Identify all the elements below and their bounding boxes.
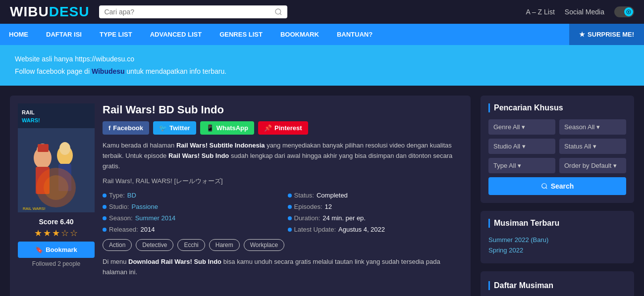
svg-rect-10 bbox=[38, 144, 49, 152]
anime-cover-image: RAIL WARS! RAIL WARS! bbox=[18, 103, 95, 212]
musiman-card: Musiman Terbaru Summer 2022 (Baru) Sprin… bbox=[481, 211, 634, 263]
svg-text:WARS!: WARS! bbox=[22, 117, 40, 123]
order-filter[interactable]: Order by Default ▾ bbox=[559, 158, 626, 173]
score-label: Score 6.40 bbox=[39, 218, 73, 226]
anime-title: Rail Wars! BD Sub Indo bbox=[103, 103, 463, 116]
meta-season: Season: Summer 2014 bbox=[103, 213, 278, 223]
genre-filter[interactable]: Genre All ▾ bbox=[488, 119, 555, 135]
search-input[interactable] bbox=[104, 8, 274, 16]
nav-genres-list[interactable]: GENRES LIST bbox=[211, 24, 271, 45]
main-content: RAIL WARS! RAIL WARS! bbox=[0, 86, 644, 296]
pencarian-title: Pencarian Khusus bbox=[488, 103, 626, 112]
theme-toggle-wrap bbox=[614, 6, 634, 17]
bookmark-icon: 🔖 bbox=[35, 246, 43, 253]
svg-point-2 bbox=[628, 11, 630, 13]
pinterest-icon: 📌 bbox=[264, 124, 272, 132]
type-filter[interactable]: Type All ▾ bbox=[488, 158, 555, 173]
pencarian-card: Pencarian Khusus Genre All ▾ Season All … bbox=[481, 96, 634, 203]
meta-studio: Studio: Passione bbox=[103, 202, 278, 211]
score-box: Score 6.40 bbox=[18, 214, 95, 228]
info-banner: Website asli hanya https://wibudesu.co F… bbox=[0, 45, 644, 86]
twitter-button[interactable]: 🐦 Twitter bbox=[153, 121, 196, 135]
tag-harem[interactable]: Harem bbox=[209, 239, 240, 251]
anime-meta-grid: Type: BD Status: Completed Studio: Passi… bbox=[103, 191, 463, 234]
meta-status: Status: Completed bbox=[288, 191, 463, 200]
tag-workplace[interactable]: Workplace bbox=[244, 239, 284, 251]
facebook-button[interactable]: f Facebook bbox=[103, 121, 149, 135]
svg-text:RAIL: RAIL bbox=[22, 109, 35, 115]
download-note: Di menu Download Rail Wars! Sub Indo bis… bbox=[103, 257, 463, 278]
logo-desu: DESU bbox=[49, 4, 90, 19]
tag-ecchi[interactable]: Ecchi bbox=[177, 239, 205, 251]
musiman-title: Musiman Terbaru bbox=[488, 219, 626, 228]
musiman-item-0[interactable]: Summer 2022 (Baru) bbox=[488, 235, 626, 245]
alt-title: Rail Wars!, RAIL WARS! [レールウォーズ] bbox=[103, 177, 463, 186]
star-icon: ★ bbox=[579, 31, 585, 38]
meta-dot bbox=[103, 228, 107, 232]
pinterest-button[interactable]: 📌 Pinterest bbox=[258, 121, 308, 135]
banner-line2: Follow facebook page di Wibudesu untuk m… bbox=[15, 65, 629, 78]
whatsapp-button[interactable]: 📱 WhatsApp bbox=[200, 121, 254, 135]
meta-dot bbox=[288, 205, 292, 209]
season-link[interactable]: Summer 2014 bbox=[135, 214, 176, 222]
logo-wibu: WIBU bbox=[10, 4, 49, 19]
anime-top-section: RAIL WARS! RAIL WARS! bbox=[18, 103, 463, 277]
svg-point-17 bbox=[541, 184, 546, 188]
bookmark-label: Bookmark bbox=[46, 246, 77, 253]
meta-episodes: Episodes: 12 bbox=[288, 202, 463, 211]
anime-tags: Action Detective Ecchi Harem Workplace bbox=[103, 239, 463, 251]
main-nav: HOME DAFTAR ISI TYPE LIST ADVANCED LIST … bbox=[0, 24, 644, 45]
meta-latest-update: Latest Update: Agustus 4, 2022 bbox=[288, 225, 463, 234]
meta-dot bbox=[288, 216, 292, 220]
meta-dot bbox=[103, 216, 107, 220]
musiman-item-1[interactable]: Spring 2022 bbox=[488, 245, 626, 255]
tag-action[interactable]: Action bbox=[103, 239, 132, 251]
nav-daftar-isi[interactable]: DAFTAR ISI bbox=[37, 24, 91, 45]
facebook-icon: f bbox=[108, 124, 110, 132]
surprise-me-button[interactable]: ★ SURPRISE ME! bbox=[569, 24, 644, 45]
search-button[interactable]: Search bbox=[488, 177, 626, 195]
meta-released: Released: 2014 bbox=[103, 225, 278, 234]
search-bar bbox=[99, 5, 287, 18]
social-buttons: f Facebook 🐦 Twitter 📱 WhatsApp 📌 Pinter… bbox=[103, 121, 463, 135]
nav-advanced-list[interactable]: ADVANCED LIST bbox=[141, 24, 211, 45]
filter-grid: Genre All ▾ Season All ▾ Studio All ▾ St… bbox=[488, 119, 626, 173]
site-logo[interactable]: WIBUDESU bbox=[10, 4, 89, 20]
nav-bookmark[interactable]: BOOKMARK bbox=[271, 24, 328, 45]
meta-dot bbox=[288, 228, 292, 232]
anime-description: Kamu berada di halaman Rail Wars! Subtit… bbox=[103, 141, 463, 171]
banner-brand-link[interactable]: Wibudesu bbox=[92, 67, 125, 75]
whatsapp-icon: 📱 bbox=[206, 124, 214, 132]
studio-filter[interactable]: Studio All ▾ bbox=[488, 139, 555, 154]
season-filter[interactable]: Season All ▾ bbox=[559, 119, 626, 135]
bookmark-button[interactable]: 🔖 Bookmark bbox=[18, 242, 95, 258]
banner-line1: Website asli hanya https://wibudesu.co bbox=[15, 53, 629, 65]
sidebar: Pencarian Khusus Genre All ▾ Season All … bbox=[481, 96, 634, 296]
tag-detective[interactable]: Detective bbox=[136, 239, 173, 251]
search-icon bbox=[541, 183, 548, 190]
search-icon[interactable] bbox=[274, 8, 282, 16]
az-list-link[interactable]: A – Z List bbox=[526, 8, 554, 16]
svg-rect-4 bbox=[18, 103, 95, 128]
social-media-link[interactable]: Social Media bbox=[565, 8, 604, 16]
meta-dot bbox=[288, 194, 292, 197]
status-filter[interactable]: Status All ▾ bbox=[559, 139, 626, 154]
header: WIBUDESU A – Z List Social Media bbox=[0, 0, 644, 24]
meta-duration: Duration: 24 min. per ep. bbox=[288, 213, 463, 223]
meta-dot bbox=[103, 205, 107, 209]
svg-point-13 bbox=[59, 142, 70, 155]
nav-bantuan[interactable]: BANTUAN? bbox=[328, 24, 381, 45]
type-link[interactable]: BD bbox=[127, 192, 136, 199]
followed-count: Followed 2 people bbox=[18, 260, 95, 267]
musiman-list: Summer 2022 (Baru) Spring 2022 bbox=[488, 235, 626, 255]
meta-type: Type: BD bbox=[103, 191, 278, 200]
nav-home[interactable]: HOME bbox=[0, 24, 37, 45]
svg-line-18 bbox=[545, 188, 547, 189]
nav-type-list[interactable]: TYPE LIST bbox=[91, 24, 141, 45]
theme-toggle[interactable] bbox=[614, 6, 634, 17]
studio-link[interactable]: Passione bbox=[131, 203, 158, 210]
twitter-icon: 🐦 bbox=[159, 124, 167, 132]
anime-cover-section: RAIL WARS! RAIL WARS! bbox=[18, 103, 95, 277]
meta-dot bbox=[103, 194, 107, 197]
search-label: Search bbox=[551, 182, 574, 190]
